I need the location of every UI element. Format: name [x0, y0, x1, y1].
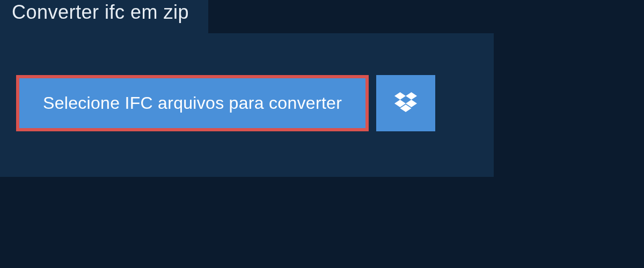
converter-panel: Converter ifc em zip Selecione IFC arqui… [0, 33, 494, 177]
dropbox-button[interactable] [376, 75, 435, 131]
dropbox-icon [394, 92, 417, 115]
select-files-button-label: Selecione IFC arquivos para converter [43, 93, 342, 113]
converter-tab: Converter ifc em zip [0, 0, 208, 33]
action-button-row: Selecione IFC arquivos para converter [16, 75, 435, 131]
converter-tab-title: Converter ifc em zip [12, 1, 189, 23]
select-files-button[interactable]: Selecione IFC arquivos para converter [16, 75, 369, 131]
